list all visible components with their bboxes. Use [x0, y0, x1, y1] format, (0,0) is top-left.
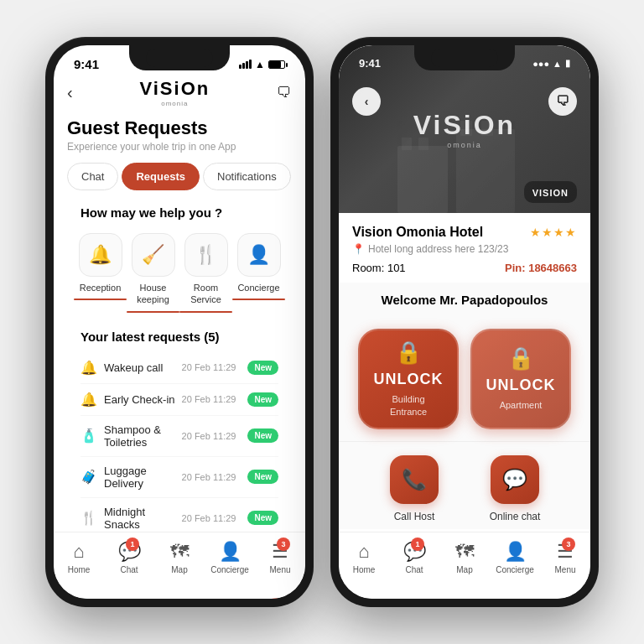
app-header-1: ‹ ViSiOn omonia 🗨 — [54, 75, 305, 114]
chat-badge-2: 1 — [411, 538, 424, 551]
subtitle-text-1: Experience your whole trip in one App — [67, 141, 292, 153]
checkin-icon: 🔔 — [80, 392, 97, 408]
housekeeping-label: House keeping — [127, 282, 179, 306]
chat-nav-label-2: Chat — [405, 565, 423, 574]
bottom-nav-1: ⌂ Home 1 💬 Chat 🗺 Map 👤 Concierge 3 ☰ Me… — [54, 532, 305, 599]
action-online-chat[interactable]: 💬 Online chat — [477, 455, 553, 522]
phone-2: ViSiOn omonia 9:41 ●●● ▲ ▮ ‹ 🗨 VISION — [330, 37, 599, 607]
vision-tag-text: VISION — [532, 188, 569, 198]
battery-icon-2: ▮ — [565, 58, 570, 69]
nav-menu-1[interactable]: 3 ☰ Menu — [255, 541, 305, 574]
checkin-date: 20 Feb 11:29 — [182, 394, 236, 404]
action-grid: 📞 Call Host 💬 Online chat — [339, 441, 590, 529]
service-housekeeping[interactable]: 🧹 House keeping — [127, 233, 179, 313]
back-button-2[interactable]: ‹ — [352, 87, 381, 116]
hotel-info: Vision Omonia Hotel ★★★★ 📍 Hotel long ad… — [339, 213, 590, 283]
wifi-icon-2: ▲ — [553, 59, 562, 69]
location-pin-icon: 📍 — [352, 243, 365, 255]
online-chat-icon: 💬 — [502, 468, 527, 491]
wifi-icon: ▲ — [255, 59, 265, 70]
nav-home-2[interactable]: ⌂ Home — [339, 541, 389, 574]
tabs-container: Chat Requests Notifications — [54, 154, 305, 199]
room-pin: Pin: 18648663 — [505, 262, 577, 274]
status-time-1: 9:41 — [74, 57, 99, 71]
svg-rect-2 — [402, 138, 412, 150]
notch-1 — [129, 45, 230, 70]
map-icon-2: 🗺 — [455, 541, 474, 563]
concierge-underline — [232, 299, 285, 300]
concierge-icon: 👤 — [237, 233, 281, 277]
status-icons-1: ▲ — [239, 59, 285, 70]
shampoo-name: Shampoo & Toiletries — [104, 423, 175, 449]
hotel-logo-sub: omonia — [413, 141, 516, 149]
chat-badge-1: 1 — [126, 538, 139, 551]
logo-text-1: ViSiOn — [139, 78, 210, 100]
nav-concierge-2[interactable]: 👤 Concierge — [490, 541, 540, 574]
shampoo-date: 20 Feb 11:29 — [182, 431, 236, 441]
hotel-name-row: Vision Omonia Hotel ★★★★ — [352, 225, 577, 240]
chat-button-2[interactable]: 🗨 — [548, 87, 577, 116]
bottom-nav-2: ⌂ Home 1 💬 Chat 🗺 Map 👤 Concierge 3 ☰ Me… — [339, 532, 590, 599]
phone-1: 9:41 ▲ ‹ ViSiOn omonia 🗨 G — [45, 37, 314, 607]
wakeup-icon: 🔔 — [80, 360, 97, 376]
online-chat-icon-box: 💬 — [491, 455, 539, 504]
tab-chat[interactable]: Chat — [67, 163, 118, 190]
unlock-sub-apartment: Apartment — [500, 399, 543, 412]
room-service-underline — [179, 311, 232, 313]
lock-icon-building: 🔒 — [395, 340, 422, 366]
tab-notifications[interactable]: Notifications — [203, 163, 291, 190]
map-label-2: Map — [456, 565, 472, 574]
menu-label-2: Menu — [554, 565, 575, 574]
service-concierge[interactable]: 👤 Concierge — [232, 233, 285, 313]
hotel-address-text: Hotel long address here 123/23 — [368, 243, 508, 255]
map-label-1: Map — [171, 565, 187, 574]
request-item-luggage[interactable]: 🧳 Luggage Delivery 20 Feb 11:29 New — [80, 457, 278, 498]
housekeeping-icon: 🧹 — [132, 233, 175, 277]
chat-icon-header-1[interactable]: 🗨 — [277, 84, 292, 101]
nav-home-1[interactable]: ⌂ Home — [54, 541, 104, 574]
unlock-building-btn[interactable]: 🔒 UNLOCK BuildingEntrance — [358, 329, 459, 429]
concierge-nav-icon-1: 👤 — [219, 541, 242, 563]
svg-rect-0 — [397, 146, 448, 213]
welcome-text: Welcome Mr. Papadopoulos — [352, 293, 577, 307]
request-item-shampoo[interactable]: 🧴 Shampoo & Toiletries 20 Feb 11:29 New — [80, 416, 278, 457]
request-item-wakeup[interactable]: 🔔 Wakeup call 20 Feb 11:29 New — [80, 352, 278, 384]
nav-chat-1[interactable]: 1 💬 Chat — [104, 541, 154, 574]
nav-chat-2[interactable]: 1 💬 Chat — [389, 541, 439, 574]
wakeup-badge: New — [247, 361, 278, 375]
battery-icon — [268, 60, 285, 69]
menu-label-1: Menu — [269, 565, 290, 574]
lock-icon-apartment: 🔒 — [507, 345, 534, 371]
checkin-name: Early Check-in — [104, 393, 175, 406]
action-call-host[interactable]: 📞 Call Host — [377, 455, 452, 522]
request-item-checkin[interactable]: 🔔 Early Check-in 20 Feb 11:29 New — [80, 384, 278, 416]
service-reception[interactable]: 🔔 Reception — [74, 233, 127, 313]
status-icons-2: ●●● ▲ ▮ — [532, 57, 570, 70]
map-icon-1: 🗺 — [170, 541, 189, 563]
nav-concierge-1[interactable]: 👤 Concierge — [205, 541, 255, 574]
wakeup-name: Wakeup call — [104, 361, 175, 374]
snacks-name: Midnight Snacks — [104, 506, 175, 531]
luggage-name: Luggage Delivery — [104, 465, 175, 490]
nav-map-1[interactable]: 🗺 Map — [154, 541, 205, 574]
shampoo-icon: 🧴 — [80, 428, 97, 444]
unlock-grid: 🔒 UNLOCK BuildingEntrance 🔒 UNLOCK Apart… — [339, 317, 590, 441]
call-host-icon: 📞 — [402, 468, 427, 491]
luggage-badge: New — [247, 470, 278, 484]
tab-requests[interactable]: Requests — [122, 163, 200, 190]
unlock-word-apartment: UNLOCK — [486, 377, 556, 394]
home-icon-1: ⌂ — [73, 541, 84, 563]
logo-1: ViSiOn omonia — [139, 78, 210, 107]
service-room-service[interactable]: 🍴 Room Service — [179, 233, 232, 313]
nav-menu-2[interactable]: 3 ☰ Menu — [540, 541, 590, 574]
reception-icon: 🔔 — [79, 233, 122, 277]
latest-requests-title: Your latest requests (5) — [80, 330, 278, 344]
concierge-label: Concierge — [237, 282, 279, 293]
menu-badge-1: 3 — [277, 538, 290, 551]
nav-map-2[interactable]: 🗺 Map — [439, 541, 490, 574]
vision-tag: VISION — [524, 181, 577, 203]
home-icon-2: ⌂ — [358, 541, 369, 563]
unlock-apartment-btn[interactable]: 🔒 UNLOCK Apartment — [470, 329, 571, 429]
back-button-1[interactable]: ‹ — [67, 83, 73, 102]
pin-value: 18648663 — [528, 262, 577, 274]
